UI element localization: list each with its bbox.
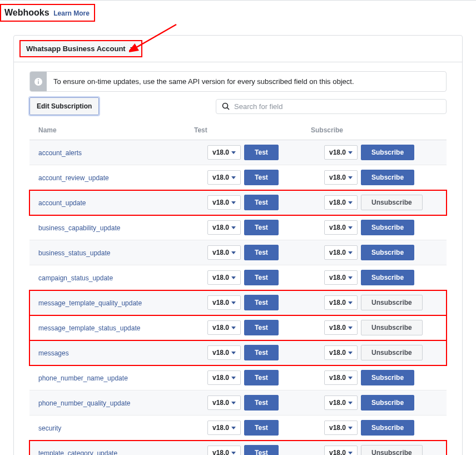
caret-down-icon xyxy=(231,377,236,379)
subscribe-button[interactable]: Subscribe xyxy=(361,220,414,235)
info-banner: To ensure on-time updates, use the same … xyxy=(29,71,447,92)
table-row: business_capability_updatev18.0Testv18.0… xyxy=(29,215,447,240)
subscribe-button[interactable]: Subscribe xyxy=(361,245,414,260)
object-dropdown[interactable]: Whatsapp Business Account xyxy=(19,40,142,57)
subscribe-version-dropdown[interactable]: v18.0 xyxy=(324,421,358,435)
subscribe-button[interactable]: Subscribe xyxy=(361,170,414,185)
caret-down-icon xyxy=(231,327,236,329)
caret-down-icon xyxy=(130,47,136,51)
test-button[interactable]: Test xyxy=(244,320,279,335)
field-name-link[interactable]: phone_number_name_update xyxy=(38,374,128,382)
unsubscribe-button[interactable]: Unsubscribe xyxy=(361,445,423,455)
subscribe-version-dropdown[interactable]: v18.0 xyxy=(324,370,358,385)
unsubscribe-button[interactable]: Unsubscribe xyxy=(361,195,423,210)
table-row: account_updatev18.0Testv18.0Unsubscribe xyxy=(29,190,447,215)
subscribe-version-dropdown[interactable]: v18.0 xyxy=(324,220,358,235)
field-name-link[interactable]: phone_number_quality_update xyxy=(38,399,130,407)
test-version-dropdown[interactable]: v18.0 xyxy=(207,295,241,310)
test-version-dropdown[interactable]: v18.0 xyxy=(207,395,241,410)
subscribe-version-dropdown[interactable]: v18.0 xyxy=(324,446,358,455)
test-version-dropdown[interactable]: v18.0 xyxy=(207,245,241,260)
search-field-wrap[interactable] xyxy=(216,99,447,114)
test-version-dropdown[interactable]: v18.0 xyxy=(207,345,241,360)
caret-down-icon xyxy=(348,276,353,279)
edit-subscription-button[interactable]: Edit Subscription xyxy=(29,97,99,115)
table-row: phone_number_name_updatev18.0Testv18.0Su… xyxy=(29,365,447,390)
test-version-dropdown[interactable]: v18.0 xyxy=(207,220,241,235)
caret-down-icon xyxy=(231,452,236,454)
test-button[interactable]: Test xyxy=(244,395,279,411)
test-version-dropdown[interactable]: v18.0 xyxy=(207,170,241,185)
webhooks-card: Whatsapp Business Account To ensure on-t… xyxy=(13,35,463,455)
col-header-test: Test xyxy=(194,126,311,134)
test-button[interactable]: Test xyxy=(244,145,279,160)
subscribe-version-dropdown[interactable]: v18.0 xyxy=(324,270,358,285)
subscribe-version-dropdown[interactable]: v18.0 xyxy=(324,395,358,410)
subscribe-version-dropdown[interactable]: v18.0 xyxy=(324,145,358,160)
unsubscribe-button[interactable]: Unsubscribe xyxy=(361,295,423,310)
subscribe-version-dropdown[interactable]: v18.0 xyxy=(324,170,358,185)
test-button[interactable]: Test xyxy=(244,170,279,185)
subscribe-button[interactable]: Subscribe xyxy=(361,145,414,160)
caret-down-icon xyxy=(231,201,236,204)
field-name-link[interactable]: business_status_update xyxy=(38,249,110,257)
test-button[interactable]: Test xyxy=(244,370,279,385)
subscribe-button[interactable]: Subscribe xyxy=(361,420,414,436)
test-version-dropdown[interactable]: v18.0 xyxy=(207,195,241,210)
caret-down-icon xyxy=(348,201,353,204)
test-button[interactable]: Test xyxy=(244,270,279,285)
subscribe-version-dropdown[interactable]: v18.0 xyxy=(324,320,358,335)
field-name-link[interactable]: business_capability_update xyxy=(38,224,120,232)
fields-table: Name Test Subscribe account_alertsv18.0T… xyxy=(29,121,447,455)
field-name-link[interactable]: account_alerts xyxy=(38,149,82,157)
unsubscribe-button[interactable]: Unsubscribe xyxy=(361,345,423,360)
test-button[interactable]: Test xyxy=(244,420,279,436)
caret-down-icon xyxy=(348,327,353,329)
caret-down-icon xyxy=(348,251,353,254)
test-button[interactable]: Test xyxy=(244,245,279,260)
caret-down-icon xyxy=(348,452,353,454)
table-row: business_status_updatev18.0Testv18.0Subs… xyxy=(29,240,447,265)
test-button[interactable]: Test xyxy=(244,295,279,310)
test-button[interactable]: Test xyxy=(244,195,279,210)
test-button[interactable]: Test xyxy=(244,220,279,235)
caret-down-icon xyxy=(231,352,236,354)
search-icon xyxy=(222,102,230,110)
field-name-link[interactable]: account_review_update xyxy=(38,174,109,182)
subscribe-button[interactable]: Subscribe xyxy=(361,370,414,385)
info-icon xyxy=(30,72,47,91)
caret-down-icon xyxy=(231,427,236,429)
table-row: phone_number_quality_updatev18.0Testv18.… xyxy=(29,390,447,416)
test-version-dropdown[interactable]: v18.0 xyxy=(207,320,241,335)
table-row: campaign_status_updatev18.0Testv18.0Subs… xyxy=(29,265,447,290)
subscribe-version-dropdown[interactable]: v18.0 xyxy=(324,295,358,310)
field-name-link[interactable]: campaign_status_update xyxy=(38,274,113,282)
test-version-dropdown[interactable]: v18.0 xyxy=(207,145,241,160)
subscribe-version-dropdown[interactable]: v18.0 xyxy=(324,345,358,360)
subscribe-version-dropdown[interactable]: v18.0 xyxy=(324,195,358,210)
caret-down-icon xyxy=(348,226,353,229)
subscribe-button[interactable]: Subscribe xyxy=(361,270,414,285)
svg-rect-2 xyxy=(38,81,39,84)
caret-down-icon xyxy=(231,251,236,254)
test-button[interactable]: Test xyxy=(244,345,279,360)
learn-more-link[interactable]: Learn More xyxy=(53,9,90,17)
unsubscribe-button[interactable]: Unsubscribe xyxy=(361,320,423,335)
test-version-dropdown[interactable]: v18.0 xyxy=(207,370,241,385)
field-name-link[interactable]: account_update xyxy=(38,199,86,207)
test-button[interactable]: Test xyxy=(244,445,279,455)
search-input[interactable] xyxy=(234,102,440,111)
field-name-link[interactable]: message_template_status_update xyxy=(38,324,140,332)
test-version-dropdown[interactable]: v18.0 xyxy=(207,446,241,455)
field-name-link[interactable]: template_category_update xyxy=(38,449,117,456)
subscribe-button[interactable]: Subscribe xyxy=(361,395,414,411)
field-name-link[interactable]: message_template_quality_update xyxy=(38,299,142,307)
caret-down-icon xyxy=(348,352,353,354)
test-version-dropdown[interactable]: v18.0 xyxy=(207,270,241,285)
svg-point-4 xyxy=(223,103,228,108)
table-row: account_alertsv18.0Testv18.0Subscribe xyxy=(29,140,447,165)
test-version-dropdown[interactable]: v18.0 xyxy=(207,421,241,435)
field-name-link[interactable]: security xyxy=(38,424,61,432)
field-name-link[interactable]: messages xyxy=(38,349,69,357)
subscribe-version-dropdown[interactable]: v18.0 xyxy=(324,245,358,260)
